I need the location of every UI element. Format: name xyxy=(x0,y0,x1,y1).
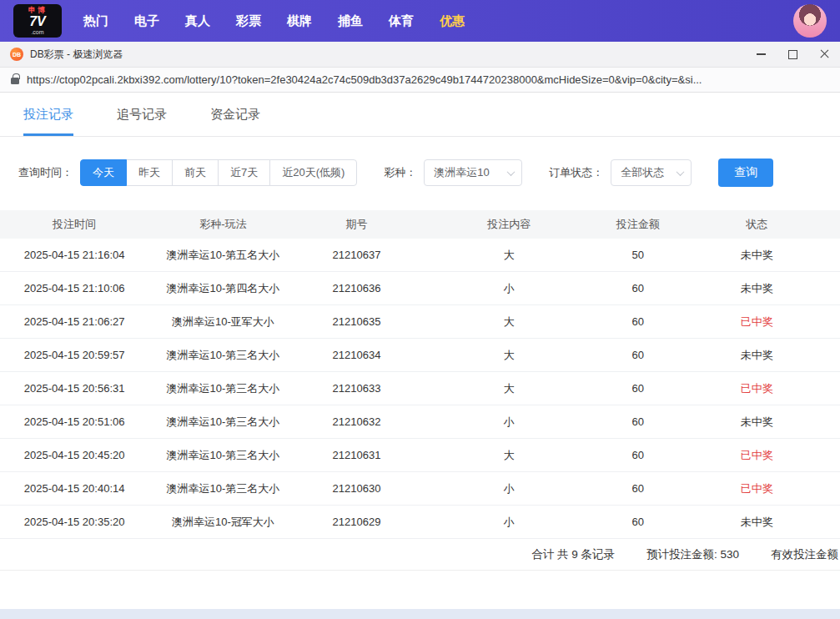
address-bar: https://ctop02pcali.2kbxi392.com/lottery… xyxy=(0,68,840,93)
cell-status: 未中奖 xyxy=(674,515,840,530)
column-header-game-type: 彩种-玩法 xyxy=(148,217,297,232)
time-filter-today[interactable]: 今天 xyxy=(80,159,127,186)
table-summary-row: 合计 共 9 条记录 预计投注金额: 530 有效投注金额 xyxy=(0,539,840,571)
url-text[interactable]: https://ctop02pcali.2kbxi392.com/lottery… xyxy=(27,73,702,86)
cell-game-type: 澳洲幸运10-第三名大小 xyxy=(148,481,297,496)
cell-issue-number: 21210634 xyxy=(297,349,415,361)
record-count-summary: 合计 共 9 条记录 xyxy=(531,547,615,562)
chevron-down-icon xyxy=(507,168,516,176)
cell-issue-number: 21210632 xyxy=(297,415,415,428)
column-header-bet-time: 投注时间 xyxy=(0,217,148,232)
cell-bet-time: 2025-04-15 21:10:06 xyxy=(0,282,148,294)
site-logo[interactable]: 申博 7V .com xyxy=(13,4,62,38)
table-body: 2025-04-15 21:16:04澳洲幸运10-第五名大小21210637大… xyxy=(0,239,840,539)
table-header-row: 投注时间彩种-玩法期号投注内容投注金额状态 xyxy=(0,210,840,239)
cell-bet-content: 小 xyxy=(415,515,602,530)
cell-issue-number: 21210635 xyxy=(297,315,415,328)
time-filter-group: 今天昨天前天近7天近20天(低频) xyxy=(80,159,357,186)
cell-game-type: 澳洲幸运10-冠军大小 xyxy=(148,515,297,530)
cell-bet-content: 小 xyxy=(415,481,602,496)
cell-status: 已中奖 xyxy=(674,448,840,463)
lottery-select-value: 澳洲幸运10 xyxy=(434,165,489,180)
cell-status: 未中奖 xyxy=(674,415,840,430)
nav-item-live[interactable]: 真人 xyxy=(185,13,210,29)
table-row: 2025-04-15 20:59:57澳洲幸运10-第三名大小21210634大… xyxy=(0,339,840,372)
minimize-icon[interactable] xyxy=(745,42,777,67)
chevron-down-icon xyxy=(677,168,685,176)
window-controls xyxy=(745,42,840,67)
order-status-select[interactable]: 全部状态 xyxy=(611,159,692,186)
maximize-icon[interactable] xyxy=(777,42,808,67)
table-row: 2025-04-15 21:06:27澳洲幸运10-亚军大小21210635大6… xyxy=(0,305,840,339)
nav-item-lottery[interactable]: 彩票 xyxy=(236,13,261,29)
expected-bet-amount: 预计投注金额: 530 xyxy=(646,547,739,562)
cell-issue-number: 21210636 xyxy=(297,282,415,294)
cell-bet-amount: 60 xyxy=(602,382,674,395)
tab-fund-records[interactable]: 资金记录 xyxy=(210,93,260,136)
cell-bet-amount: 60 xyxy=(602,349,674,361)
column-header-status: 状态 xyxy=(674,217,840,232)
query-button[interactable]: 查询 xyxy=(718,159,773,187)
cell-bet-time: 2025-04-15 20:40:14 xyxy=(0,482,148,495)
tab-chase-records[interactable]: 追号记录 xyxy=(117,93,167,136)
window-title: DB彩票 - 极速浏览器 xyxy=(30,48,123,62)
cell-bet-content: 大 xyxy=(415,381,602,396)
cell-bet-time: 2025-04-15 21:16:04 xyxy=(0,249,148,261)
time-filter-last-20-days[interactable]: 近20天(低频) xyxy=(269,159,357,186)
bet-records-table: 投注时间彩种-玩法期号投注内容投注金额状态 2025-04-15 21:16:0… xyxy=(0,210,840,571)
cell-issue-number: 21210629 xyxy=(297,516,415,528)
site-logo-text-mid: 7V xyxy=(29,15,46,28)
filter-bar: 查询时间： 今天昨天前天近7天近20天(低频) 彩种： 澳洲幸运10 订单状态：… xyxy=(0,137,840,187)
cell-bet-amount: 60 xyxy=(602,415,674,428)
cell-bet-time: 2025-04-15 20:56:31 xyxy=(0,382,148,395)
table-row: 2025-04-15 21:10:06澳洲幸运10-第四名大小21210636小… xyxy=(0,272,840,305)
time-filter-last-7-days[interactable]: 近7天 xyxy=(218,159,270,186)
cell-status: 已中奖 xyxy=(674,315,840,330)
cell-bet-content: 大 xyxy=(415,448,602,463)
nav-item-sports[interactable]: 体育 xyxy=(389,13,414,29)
cell-status: 未中奖 xyxy=(674,248,840,263)
column-header-bet-amount: 投注金额 xyxy=(602,217,674,232)
site-logo-text-top: 申博 xyxy=(28,7,47,14)
browser-titlebar: DB DB彩票 - 极速浏览器 xyxy=(0,42,840,68)
nav-item-hot[interactable]: 热门 xyxy=(83,13,108,29)
cell-game-type: 澳洲幸运10-第三名大小 xyxy=(148,348,297,363)
nav-item-slots[interactable]: 电子 xyxy=(134,13,159,29)
nav-item-fishing[interactable]: 捕鱼 xyxy=(338,13,363,29)
nav-item-board-games[interactable]: 棋牌 xyxy=(287,13,312,29)
cell-status: 未中奖 xyxy=(674,281,840,296)
cell-issue-number: 21210631 xyxy=(297,449,415,461)
db-lottery-favicon-icon: DB xyxy=(10,48,23,61)
table-row: 2025-04-15 20:35:20澳洲幸运10-冠军大小21210629小6… xyxy=(0,506,840,539)
cell-bet-amount: 60 xyxy=(602,315,674,328)
nav-item-promos[interactable]: 优惠 xyxy=(440,13,465,29)
cell-bet-content: 小 xyxy=(415,415,602,430)
time-filter-day-before-yesterday[interactable]: 前天 xyxy=(172,159,219,186)
cell-game-type: 澳洲幸运10-第三名大小 xyxy=(148,448,297,463)
tab-bet-records[interactable]: 投注记录 xyxy=(23,93,73,136)
cell-game-type: 澳洲幸运10-第五名大小 xyxy=(148,248,297,263)
lottery-select[interactable]: 澳洲幸运10 xyxy=(424,159,522,186)
user-avatar[interactable] xyxy=(793,4,827,38)
cell-bet-amount: 60 xyxy=(602,482,674,495)
cell-bet-content: 小 xyxy=(415,281,602,296)
time-filter-yesterday[interactable]: 昨天 xyxy=(126,159,173,186)
column-header-bet-content: 投注内容 xyxy=(415,217,602,232)
cell-bet-amount: 50 xyxy=(602,249,674,261)
cell-status: 已中奖 xyxy=(674,481,840,496)
cell-game-type: 澳洲幸运10-亚军大小 xyxy=(148,315,297,330)
valid-bet-amount: 有效投注金额 xyxy=(771,547,838,562)
page-content: 投注记录追号记录资金记录 查询时间： 今天昨天前天近7天近20天(低频) 彩种：… xyxy=(0,93,840,571)
close-icon[interactable] xyxy=(808,42,840,67)
cell-game-type: 澳洲幸运10-第四名大小 xyxy=(148,281,297,296)
order-status-value: 全部状态 xyxy=(621,165,664,180)
cell-issue-number: 21210637 xyxy=(297,249,415,261)
cell-status: 已中奖 xyxy=(674,381,840,396)
cell-status: 未中奖 xyxy=(674,348,840,363)
cell-game-type: 澳洲幸运10-第三名大小 xyxy=(148,381,297,396)
table-row: 2025-04-15 20:56:31澳洲幸运10-第三名大小21210633大… xyxy=(0,372,840,405)
cell-issue-number: 21210630 xyxy=(297,482,415,495)
cell-bet-content: 大 xyxy=(415,248,602,263)
main-nav: 热门电子真人彩票棋牌捕鱼体育优惠 xyxy=(83,13,465,29)
time-filter-label: 查询时间： xyxy=(18,165,73,180)
